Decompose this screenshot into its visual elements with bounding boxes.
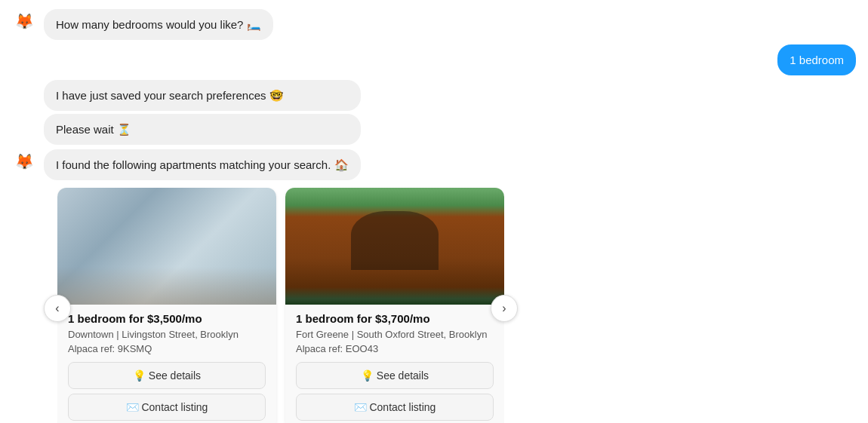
bubble-found: I found the following apartments matchin… (44, 149, 361, 180)
carousel-prev-button[interactable]: ‹ (44, 295, 71, 322)
message-row-bedrooms: 🦊 How many bedrooms would you like? 🛏️ (12, 9, 856, 40)
message-row-user-bedroom: 1 bedroom (12, 44, 856, 75)
listing-address-2: Fort Greene | South Oxford Street, Brook… (296, 328, 494, 342)
listings-carousel-wrapper: ‹ 1 bedroom for $3,500/mo Downtown | Liv… (44, 188, 856, 423)
listings-container: 1 bedroom for $3,500/mo Downtown | Livin… (57, 188, 504, 423)
bubble-saved-prefs: I have just saved your search preference… (44, 80, 361, 111)
bot-messages-group: I have just saved your search preference… (44, 80, 856, 145)
listing-ref-1: Alpaca ref: 9KSMQ (68, 343, 266, 354)
see-details-button-1[interactable]: 💡 See details (68, 362, 266, 389)
bot-avatar: 🦊 (12, 9, 36, 33)
listing-card-1: 1 bedroom for $3,500/mo Downtown | Livin… (57, 188, 276, 423)
message-row-found: 🦊 I found the following apartments match… (12, 149, 856, 180)
listing-info-2: 1 bedroom for $3,700/mo Fort Greene | So… (285, 305, 504, 423)
bubble-bedrooms: How many bedrooms would you like? 🛏️ (44, 9, 273, 40)
contact-listing-button-2[interactable]: ✉️ Contact listing (296, 394, 494, 421)
listing-address-1: Downtown | Livingston Street, Brooklyn (68, 328, 266, 342)
listing-price-2: 1 bedroom for $3,700/mo (296, 312, 494, 325)
listing-card-2: 1 bedroom for $3,700/mo Fort Greene | So… (285, 188, 504, 423)
listing-price-1: 1 bedroom for $3,500/mo (68, 312, 266, 325)
see-details-button-2[interactable]: 💡 See details (296, 362, 494, 389)
bubble-user-bedroom: 1 bedroom (777, 44, 856, 75)
carousel-next-button[interactable]: › (491, 295, 518, 322)
listing-image-2 (285, 188, 504, 305)
listing-info-1: 1 bedroom for $3,500/mo Downtown | Livin… (57, 305, 276, 423)
bot-avatar-2: 🦊 (12, 149, 36, 173)
chat-container: 🦊 How many bedrooms would you like? 🛏️ 1… (0, 0, 868, 423)
listing-ref-2: Alpaca ref: EOO43 (296, 343, 494, 354)
listing-image-1 (57, 188, 276, 305)
contact-listing-button-1[interactable]: ✉️ Contact listing (68, 394, 266, 421)
bubble-please-wait: Please wait ⏳ (44, 114, 361, 145)
